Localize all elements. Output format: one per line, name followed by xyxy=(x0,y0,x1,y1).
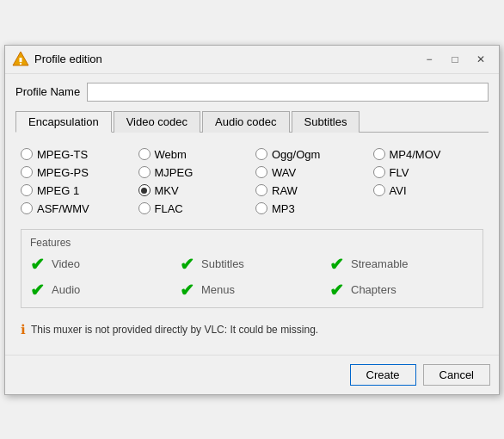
feature-subtitles: ✔ Subtitles xyxy=(180,256,324,273)
tab-audio-codec[interactable]: Audio codec xyxy=(202,111,290,133)
close-button[interactable]: ✕ xyxy=(470,51,492,68)
radio-placeholder xyxy=(373,202,484,215)
features-title: Features xyxy=(30,237,474,249)
radio-flac[interactable] xyxy=(138,202,151,214)
label-ogg-ogm: Ogg/Ogm xyxy=(272,148,320,161)
label-feature-menus: Menus xyxy=(201,283,235,296)
feature-audio: ✔ Audio xyxy=(30,281,175,299)
check-streamable: ✔ xyxy=(329,256,344,273)
label-flac: FLAC xyxy=(155,202,183,215)
profile-name-label: Profile Name xyxy=(15,85,80,98)
radio-wav[interactable] xyxy=(255,166,267,178)
format-ogg-ogm[interactable]: Ogg/Ogm xyxy=(255,148,366,161)
svg-rect-1 xyxy=(20,58,22,62)
label-wav: WAV xyxy=(272,166,296,179)
format-mpeg-ts[interactable]: MPEG-TS xyxy=(21,148,132,161)
feature-streamable: ✔ Streamable xyxy=(329,256,474,273)
check-menus: ✔ xyxy=(180,281,194,299)
tab-bar: Encapsulation Video codec Audio codec Su… xyxy=(15,110,489,133)
format-raw[interactable]: RAW xyxy=(255,184,366,197)
check-subtitles: ✔ xyxy=(180,256,194,273)
label-feature-streamable: Streamable xyxy=(351,257,408,270)
radio-mjpeg[interactable] xyxy=(138,166,151,178)
check-chapters: ✔ xyxy=(329,281,344,299)
vlc-icon xyxy=(12,51,29,68)
cancel-button[interactable]: Cancel xyxy=(423,364,490,386)
maximize-button[interactable]: □ xyxy=(444,51,466,68)
label-mp4-mov: MP4/MOV xyxy=(390,148,441,161)
encapsulation-tab-content: MPEG-TS Webm Ogg/Ogm MP4/MOV MPEG-PS xyxy=(15,141,489,341)
label-avi: AVI xyxy=(390,184,407,197)
svg-point-2 xyxy=(20,62,22,64)
radio-mpeg1[interactable] xyxy=(21,184,33,196)
window-title: Profile edition xyxy=(34,53,418,65)
format-avi[interactable]: AVI xyxy=(373,184,484,197)
radio-mkv[interactable] xyxy=(138,184,151,196)
features-grid: ✔ Video ✔ Subtitles ✔ Streamable ✔ Audio xyxy=(30,256,474,299)
format-flv[interactable]: FLV xyxy=(373,166,484,179)
label-mkv: MKV xyxy=(155,184,179,197)
radio-mp3[interactable] xyxy=(255,202,267,214)
format-mpeg1[interactable]: MPEG 1 xyxy=(21,184,132,197)
format-grid: MPEG-TS Webm Ogg/Ogm MP4/MOV MPEG-PS xyxy=(15,141,489,222)
create-button[interactable]: Create xyxy=(350,364,416,386)
check-audio: ✔ xyxy=(30,281,45,299)
warning-icon: ℹ xyxy=(21,322,26,337)
format-mkv[interactable]: MKV xyxy=(138,184,249,197)
format-mjpeg[interactable]: MJPEG xyxy=(138,166,249,179)
format-webm[interactable]: Webm xyxy=(138,148,249,161)
radio-flv[interactable] xyxy=(373,166,385,178)
main-content: Profile Name Encapsulation Video codec A… xyxy=(5,74,499,351)
features-box: Features ✔ Video ✔ Subtitles ✔ Streamabl… xyxy=(21,229,483,308)
feature-chapters: ✔ Chapters xyxy=(329,281,474,299)
warning-row: ℹ This muxer is not provided directly by… xyxy=(15,315,489,341)
radio-mpeg-ts[interactable] xyxy=(21,148,33,160)
label-mjpeg: MJPEG xyxy=(155,166,194,179)
titlebar: Profile edition − □ ✕ xyxy=(5,46,499,74)
format-mp3[interactable]: MP3 xyxy=(255,202,366,215)
radio-avi[interactable] xyxy=(373,184,385,196)
format-mp4-mov[interactable]: MP4/MOV xyxy=(373,148,484,161)
label-webm: Webm xyxy=(155,148,187,161)
feature-video: ✔ Video xyxy=(30,256,175,273)
tab-video-codec[interactable]: Video codec xyxy=(114,111,200,133)
radio-webm[interactable] xyxy=(138,148,151,160)
label-mpeg-ts: MPEG-TS xyxy=(37,148,88,161)
format-asf-wmv[interactable]: ASF/WMV xyxy=(21,202,132,215)
radio-ogg-ogm[interactable] xyxy=(255,148,267,160)
label-mp3: MP3 xyxy=(272,202,295,215)
tab-encapsulation[interactable]: Encapsulation xyxy=(15,111,112,133)
window: Profile edition − □ ✕ Profile Name Encap… xyxy=(4,45,500,395)
radio-asf-wmv[interactable] xyxy=(21,202,33,214)
label-feature-audio: Audio xyxy=(52,283,80,296)
format-flac[interactable]: FLAC xyxy=(138,202,249,215)
tab-subtitles[interactable]: Subtitles xyxy=(292,111,360,133)
label-raw: RAW xyxy=(272,184,298,197)
radio-mp4-mov[interactable] xyxy=(373,148,385,160)
label-mpeg1: MPEG 1 xyxy=(37,184,79,197)
minimize-button[interactable]: − xyxy=(418,51,440,68)
radio-mpeg-ps[interactable] xyxy=(21,166,33,178)
profile-name-row: Profile Name xyxy=(15,83,489,102)
format-mpeg-ps[interactable]: MPEG-PS xyxy=(21,166,132,179)
feature-menus: ✔ Menus xyxy=(180,281,324,299)
check-video: ✔ xyxy=(30,256,45,273)
label-feature-video: Video xyxy=(52,257,80,270)
radio-raw[interactable] xyxy=(255,184,267,196)
window-controls: − □ ✕ xyxy=(418,51,492,68)
profile-name-input[interactable] xyxy=(87,83,489,102)
label-feature-chapters: Chapters xyxy=(351,283,396,296)
label-flv: FLV xyxy=(390,166,409,179)
label-asf-wmv: ASF/WMV xyxy=(37,202,89,215)
footer: Create Cancel xyxy=(5,355,499,394)
format-wav[interactable]: WAV xyxy=(255,166,366,179)
warning-text: This muxer is not provided directly by V… xyxy=(31,324,318,336)
label-mpeg-ps: MPEG-PS xyxy=(37,166,89,179)
label-feature-subtitles: Subtitles xyxy=(201,257,244,270)
